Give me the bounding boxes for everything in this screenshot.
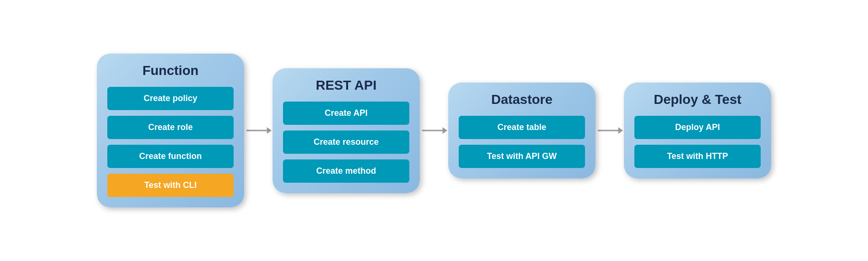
btn-create-method[interactable]: Create method — [283, 159, 409, 183]
btn-create-api[interactable]: Create API — [283, 102, 409, 125]
btn-test-with-http[interactable]: Test with HTTP — [634, 145, 761, 168]
btn-create-function[interactable]: Create function — [107, 145, 234, 168]
btn-test-with-cli[interactable]: Test with CLI — [107, 174, 234, 197]
column-title-datastore: Datastore — [459, 92, 585, 107]
items-list-function: Create policyCreate roleCreate functionT… — [107, 87, 234, 197]
diagram-container: FunctionCreate policyCreate roleCreate f… — [78, 44, 790, 217]
column-title-rest-api: REST API — [283, 78, 409, 93]
arrow-2 — [595, 121, 624, 140]
btn-create-resource[interactable]: Create resource — [283, 130, 409, 154]
column-function: FunctionCreate policyCreate roleCreate f… — [97, 54, 244, 207]
items-list-rest-api: Create APICreate resourceCreate method — [283, 102, 409, 183]
column-datastore: DatastoreCreate tableTest with API GW — [448, 83, 595, 178]
btn-create-policy[interactable]: Create policy — [107, 87, 234, 110]
btn-create-role[interactable]: Create role — [107, 116, 234, 139]
column-title-function: Function — [107, 63, 234, 78]
arrow-1 — [420, 121, 448, 140]
btn-test-with-api-gw[interactable]: Test with API GW — [459, 145, 585, 168]
items-list-deploy-test: Deploy APITest with HTTP — [634, 116, 761, 168]
svg-marker-1 — [267, 127, 272, 134]
svg-marker-5 — [618, 127, 623, 134]
arrow-0 — [244, 121, 273, 140]
btn-create-table[interactable]: Create table — [459, 116, 585, 139]
column-rest-api: REST APICreate APICreate resourceCreate … — [273, 68, 420, 193]
items-list-datastore: Create tableTest with API GW — [459, 116, 585, 168]
btn-deploy-api[interactable]: Deploy API — [634, 116, 761, 139]
svg-marker-3 — [443, 127, 447, 134]
column-title-deploy-test: Deploy & Test — [634, 92, 761, 107]
column-deploy-test: Deploy & TestDeploy APITest with HTTP — [624, 83, 771, 178]
